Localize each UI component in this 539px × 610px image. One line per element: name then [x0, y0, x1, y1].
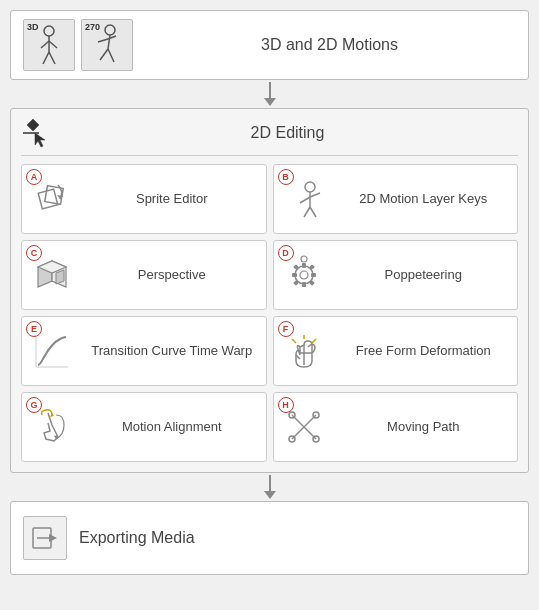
svg-line-8 [98, 39, 108, 42]
poppeteering-label: Poppeteering [336, 267, 512, 284]
motion-alignment-item[interactable]: G Motion Alignment [21, 392, 267, 462]
svg-line-21 [310, 193, 320, 197]
badge-d: D [278, 245, 294, 261]
export-icon [23, 516, 67, 560]
svg-line-20 [300, 197, 310, 203]
motions-thumbnails: 3D 270 [23, 19, 133, 71]
svg-line-43 [312, 339, 316, 343]
transition-curve-item[interactable]: E Transition Curve Time Warp [21, 316, 267, 386]
svg-line-41 [292, 339, 296, 343]
svg-line-7 [108, 35, 110, 49]
main-container: 3D 270 [10, 10, 529, 575]
svg-line-3 [49, 41, 57, 48]
badge-c: C [26, 245, 42, 261]
perspective-item[interactable]: C Perspective [21, 240, 267, 310]
editing-title: 2D Editing [57, 124, 518, 142]
perspective-label: Perspective [84, 267, 260, 284]
motions-box: 3D 270 [10, 10, 529, 80]
editing-grid: A Sprite Editor B [21, 164, 518, 462]
thumb-3d: 3D [23, 19, 75, 71]
svg-marker-12 [27, 119, 39, 131]
badge-g: G [26, 397, 42, 413]
badge-a: A [26, 169, 42, 185]
free-form-deformation-label: Free Form Deformation [336, 343, 512, 360]
svg-rect-31 [302, 282, 306, 287]
svg-line-23 [310, 207, 316, 217]
editing-box: 2D Editing A Sprite Editor [10, 108, 529, 473]
svg-line-2 [41, 41, 49, 48]
motion-layer-keys-label: 2D Motion Layer Keys [336, 191, 512, 208]
svg-line-11 [108, 49, 114, 62]
svg-rect-30 [302, 263, 306, 268]
arrow-head-1 [264, 98, 276, 106]
arrow-down-2 [260, 475, 280, 499]
badge-f: F [278, 321, 294, 337]
export-title: Exporting Media [79, 529, 195, 547]
sprite-editor-item[interactable]: A Sprite Editor [21, 164, 267, 234]
svg-line-10 [100, 49, 108, 60]
svg-line-22 [304, 207, 310, 217]
poppeteering-item[interactable]: D [273, 240, 519, 310]
svg-point-0 [44, 26, 54, 36]
badge-b: B [278, 169, 294, 185]
svg-line-4 [43, 52, 49, 64]
diamond-cursor-icon [21, 117, 57, 149]
editing-header: 2D Editing [21, 117, 518, 156]
arrow-line-1 [269, 82, 271, 98]
badge-e: E [26, 321, 42, 337]
svg-point-38 [301, 256, 307, 262]
motions-title: 3D and 2D Motions [143, 36, 516, 54]
transition-curve-label: Transition Curve Time Warp [84, 343, 260, 360]
thumb-2d-label: 270 [85, 22, 100, 32]
sprite-editor-label: Sprite Editor [84, 191, 260, 208]
svg-point-18 [305, 182, 315, 192]
export-box: Exporting Media [10, 501, 529, 575]
free-form-deformation-item[interactable]: F Free Form Deformatio [273, 316, 519, 386]
svg-rect-33 [311, 273, 316, 277]
arrow-line-2 [269, 475, 271, 491]
badge-h: H [278, 397, 294, 413]
arrow-head-2 [264, 491, 276, 499]
svg-marker-27 [56, 270, 64, 284]
motion-layer-keys-item[interactable]: B 2D Motion Layer Keys [273, 164, 519, 234]
motion-alignment-label: Motion Alignment [84, 419, 260, 436]
moving-path-item[interactable]: H Moving Path [273, 392, 519, 462]
svg-marker-13 [35, 133, 45, 147]
svg-point-6 [105, 25, 115, 35]
svg-marker-54 [49, 534, 57, 542]
svg-point-28 [295, 266, 313, 284]
thumb-2d: 270 [81, 19, 133, 71]
moving-path-label: Moving Path [336, 419, 512, 436]
svg-marker-44 [50, 413, 54, 417]
svg-rect-32 [292, 273, 297, 277]
thumb-3d-label: 3D [27, 22, 39, 32]
editing-tools [21, 117, 57, 149]
svg-rect-15 [38, 189, 58, 209]
arrow-down-1 [260, 82, 280, 106]
export-svg [31, 524, 59, 552]
svg-point-29 [300, 271, 308, 279]
svg-line-5 [49, 52, 55, 64]
